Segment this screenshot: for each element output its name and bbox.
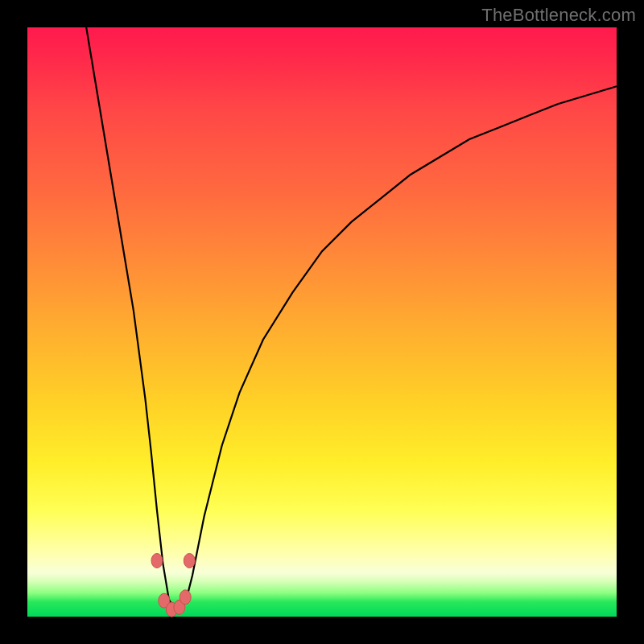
bottleneck-curve [27,27,617,617]
curve-marker [184,554,195,568]
watermark-text: TheBottleneck.com [481,5,636,26]
curve-marker [151,554,163,568]
curve-marker [180,590,191,605]
curve-line [86,27,617,611]
chart-plot-area [27,27,617,617]
curve-markers [151,554,195,617]
chart-frame: TheBottleneck.com [0,0,644,644]
